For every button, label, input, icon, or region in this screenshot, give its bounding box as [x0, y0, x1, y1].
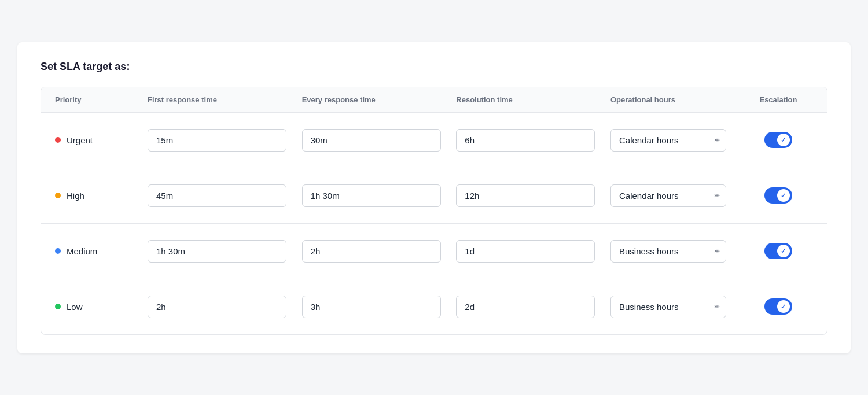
- resolution-cell-1[interactable]: [456, 184, 610, 207]
- escalation-cell-1[interactable]: ✓: [744, 187, 813, 204]
- page-title: Set SLA target as:: [41, 61, 827, 73]
- every-response-input-high[interactable]: [302, 184, 441, 207]
- operational-select-wrapper-low[interactable]: Calendar hoursBusiness hours ⤔: [610, 296, 726, 318]
- table-row: Urgent Calendar hoursBusiness hours ⤔: [41, 113, 827, 168]
- check-icon: ✓: [781, 248, 786, 255]
- priority-cell-2: Medium: [55, 246, 148, 256]
- escalation-toggle-high[interactable]: ✓: [764, 187, 792, 204]
- operational-select-wrapper-medium[interactable]: Calendar hoursBusiness hours ⤔: [610, 240, 726, 263]
- escalation-cell-0[interactable]: ✓: [744, 132, 813, 148]
- every-response-cell-0[interactable]: [302, 129, 457, 152]
- table-row: Medium Calendar hoursBusiness hours ⤔: [41, 224, 827, 279]
- table-header: Priority First response time Every respo…: [41, 87, 827, 113]
- col-resolution: Resolution time: [456, 95, 610, 104]
- priority-label-low: Low: [67, 302, 83, 312]
- sla-container: Set SLA target as: Priority First respon…: [17, 42, 851, 353]
- first-response-input-medium[interactable]: [148, 240, 286, 263]
- table-row: High Calendar hoursBusiness hours ⤔: [41, 168, 827, 224]
- priority-dot-high: [55, 193, 61, 198]
- operational-select-high[interactable]: Calendar hoursBusiness hours: [611, 185, 726, 206]
- resolution-input-high[interactable]: [456, 184, 595, 207]
- table-row: Low Calendar hoursBusiness hours ⤔: [41, 279, 827, 334]
- operational-cell-2[interactable]: Calendar hoursBusiness hours ⤔: [610, 240, 744, 263]
- sla-table: Priority First response time Every respo…: [41, 87, 827, 335]
- priority-cell-3: Low: [55, 302, 148, 312]
- operational-cell-1[interactable]: Calendar hoursBusiness hours ⤔: [610, 184, 744, 207]
- priority-label-high: High: [67, 191, 84, 201]
- priority-dot-medium: [55, 248, 61, 254]
- resolution-cell-2[interactable]: [456, 240, 610, 263]
- priority-cell-0: Urgent: [55, 135, 148, 145]
- resolution-input-urgent[interactable]: [456, 129, 595, 152]
- every-response-input-low[interactable]: [302, 296, 441, 318]
- first-response-cell-1[interactable]: [148, 184, 302, 207]
- operational-cell-3[interactable]: Calendar hoursBusiness hours ⤔: [610, 296, 744, 318]
- escalation-cell-2[interactable]: ✓: [744, 243, 813, 259]
- check-icon: ✓: [781, 303, 786, 311]
- operational-cell-0[interactable]: Calendar hoursBusiness hours ⤔: [610, 129, 744, 152]
- col-priority: Priority: [55, 95, 148, 104]
- first-response-input-urgent[interactable]: [148, 129, 286, 152]
- toggle-knob-urgent: ✓: [777, 134, 790, 146]
- every-response-cell-3[interactable]: [302, 296, 457, 318]
- priority-dot-urgent: [55, 137, 61, 143]
- resolution-cell-0[interactable]: [456, 129, 610, 152]
- check-icon: ✓: [781, 136, 786, 144]
- first-response-cell-3[interactable]: [148, 296, 302, 318]
- priority-label-urgent: Urgent: [67, 135, 93, 145]
- every-response-cell-2[interactable]: [302, 240, 457, 263]
- priority-cell-1: High: [55, 191, 148, 201]
- operational-select-wrapper-high[interactable]: Calendar hoursBusiness hours ⤔: [610, 184, 726, 207]
- escalation-cell-3[interactable]: ✓: [744, 298, 813, 315]
- col-operational: Operational hours: [610, 95, 744, 104]
- resolution-cell-3[interactable]: [456, 296, 610, 318]
- resolution-input-medium[interactable]: [456, 240, 595, 263]
- col-escalation: Escalation: [744, 95, 813, 104]
- first-response-input-high[interactable]: [148, 184, 286, 207]
- check-icon: ✓: [781, 192, 786, 200]
- toggle-knob-low: ✓: [777, 300, 790, 313]
- priority-dot-low: [55, 304, 61, 309]
- col-every-response: Every response time: [302, 95, 457, 104]
- escalation-toggle-urgent[interactable]: ✓: [764, 132, 792, 148]
- priority-label-medium: Medium: [67, 246, 97, 256]
- every-response-input-urgent[interactable]: [302, 129, 441, 152]
- every-response-input-medium[interactable]: [302, 240, 441, 263]
- escalation-toggle-medium[interactable]: ✓: [764, 243, 792, 259]
- every-response-cell-1[interactable]: [302, 184, 457, 207]
- resolution-input-low[interactable]: [456, 296, 595, 318]
- escalation-toggle-low[interactable]: ✓: [764, 298, 792, 315]
- first-response-input-low[interactable]: [148, 296, 286, 318]
- first-response-cell-0[interactable]: [148, 129, 302, 152]
- toggle-knob-medium: ✓: [777, 245, 790, 257]
- col-first-response: First response time: [148, 95, 302, 104]
- operational-select-wrapper-urgent[interactable]: Calendar hoursBusiness hours ⤔: [610, 129, 726, 152]
- toggle-knob-high: ✓: [777, 189, 790, 202]
- operational-select-low[interactable]: Calendar hoursBusiness hours: [611, 296, 726, 318]
- first-response-cell-2[interactable]: [148, 240, 302, 263]
- table-body: Urgent Calendar hoursBusiness hours ⤔: [41, 113, 827, 334]
- operational-select-urgent[interactable]: Calendar hoursBusiness hours: [611, 130, 726, 151]
- operational-select-medium[interactable]: Calendar hoursBusiness hours: [611, 241, 726, 262]
